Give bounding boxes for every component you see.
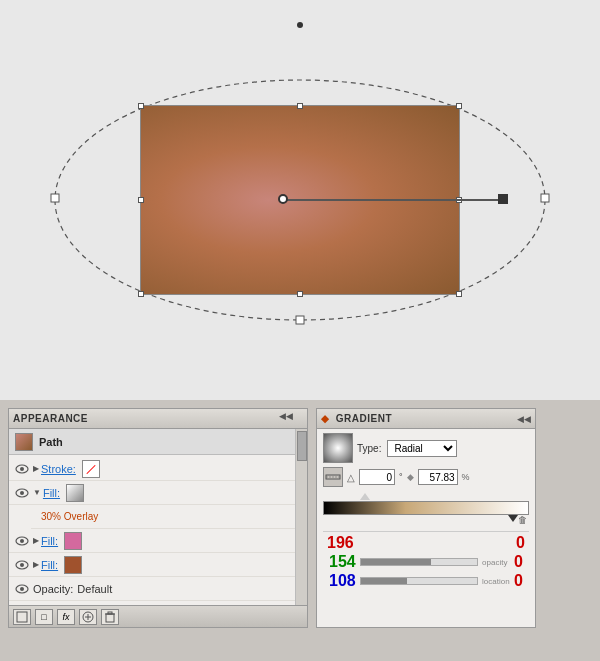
eye-icon-fill1 [15, 488, 29, 498]
opacity-default-row: Opacity: Default [9, 577, 307, 601]
percent-unit: % [462, 472, 476, 482]
new-layer-button[interactable] [13, 609, 31, 625]
gradient-type-row: Type: Radial Linear [323, 433, 529, 463]
handle-br [456, 291, 462, 297]
svg-rect-18 [106, 614, 114, 622]
path-label: Path [39, 436, 63, 448]
opacity-slider-row: 154 opacity 0 [323, 554, 529, 570]
delete-stop-icon[interactable]: 🗑 [518, 515, 527, 525]
red-zero: 0 [516, 534, 525, 552]
gradient-end-handle[interactable] [498, 194, 508, 204]
handle-bm [297, 291, 303, 297]
svg-point-5 [20, 467, 24, 471]
gradient-origin-handle[interactable] [278, 194, 288, 204]
fill-gradient-swatch[interactable] [66, 484, 84, 502]
panels-area: APPEARANCE ◀◀ Path ▶ Stroke: [0, 400, 600, 661]
angle-input[interactable] [359, 469, 395, 485]
arrow-fill2: ▶ [33, 536, 39, 545]
eye-icon-stroke [15, 464, 29, 474]
color-values-row: 196 0 [323, 531, 529, 554]
path-header-row: Path [9, 429, 307, 455]
fx-button[interactable]: fx [57, 609, 75, 625]
svg-rect-14 [17, 612, 27, 622]
degree-symbol: ° [399, 472, 403, 482]
arrow-fill1: ▼ [33, 488, 41, 497]
top-handle-dot [297, 22, 303, 28]
gradient-controls-row: △ ° ◆ % [323, 467, 529, 487]
handle-tl [138, 103, 144, 109]
gradient-slider-track[interactable] [323, 501, 529, 515]
opacity-slider-fill [361, 559, 431, 565]
fill-brown-row: ▶ Fill: [9, 553, 307, 577]
gradient-panel: ◆ GRADIENT ◀◀ Type: Radial Linear [316, 408, 536, 628]
percent-input[interactable] [418, 469, 458, 485]
red-value: 196 [327, 534, 354, 552]
svg-point-9 [20, 539, 24, 543]
collapse-arrows[interactable]: ◀◀ [279, 411, 293, 421]
eye-icon-opacity [15, 584, 29, 594]
gradient-rect [140, 105, 460, 295]
svg-rect-20 [108, 612, 112, 614]
appearance-toolbar: □ fx [9, 605, 307, 627]
stroke-row: ▶ Stroke: [9, 457, 307, 481]
appearance-panel: APPEARANCE ◀◀ Path ▶ Stroke: [8, 408, 308, 628]
fill-brown-label[interactable]: Fill: [41, 559, 58, 571]
svg-rect-3 [296, 316, 304, 324]
gradient-preview-swatch [323, 433, 353, 463]
percent-diamond-icon: ◆ [407, 472, 414, 482]
fill-pink-swatch[interactable] [64, 532, 82, 550]
gradient-content: Type: Radial Linear △ ° ◆ [317, 429, 535, 596]
fill-gradient-row: ▼ Fill: [9, 481, 307, 505]
arrow-stroke: ▶ [33, 464, 39, 473]
angle-icon: △ [347, 472, 355, 483]
scroll-thumb[interactable] [297, 431, 307, 461]
appearance-scrollbar[interactable] [295, 429, 307, 605]
svg-rect-1 [51, 194, 59, 202]
gradient-titlebar: ◆ GRADIENT ◀◀ [317, 409, 535, 429]
eye-icon-fill3 [15, 560, 29, 570]
gradient-title: ◆ GRADIENT [321, 413, 392, 424]
square-button[interactable]: □ [35, 609, 53, 625]
eye-icon-fill2 [15, 536, 29, 546]
gradient-stop-bottom-black[interactable] [508, 515, 518, 522]
duplicate-button[interactable] [79, 609, 97, 625]
gradient-diamond-icon: ◆ [321, 413, 330, 424]
stroke-label[interactable]: Stroke: [41, 463, 76, 475]
location-slider-track[interactable] [360, 577, 478, 585]
opacity-slider-track[interactable] [360, 558, 478, 566]
appearance-content: ▶ Stroke: ▼ Fill: 30% Overlay [9, 455, 307, 603]
svg-point-13 [20, 587, 24, 591]
blue-zero: 0 [514, 572, 523, 590]
green-zero: 0 [514, 553, 523, 571]
location-label: location [482, 577, 510, 586]
location-slider-fill [361, 578, 408, 584]
opacity-pct-label: opacity [482, 558, 510, 567]
handle-tm [297, 103, 303, 109]
handle-bl [138, 291, 144, 297]
gradient-title-text: GRADIENT [336, 413, 392, 424]
opacity-default-label: Opacity: [33, 583, 73, 595]
fill-pink-row: ▶ Fill: [9, 529, 307, 553]
gradient-collapse-arrows[interactable]: ◀◀ [517, 414, 531, 424]
gradient-slider-container: 🗑 [323, 491, 529, 527]
blue-value: 108 [329, 572, 356, 590]
delete-button[interactable] [101, 609, 119, 625]
gradient-stop-top-white[interactable] [360, 493, 370, 500]
appearance-titlebar: APPEARANCE ◀◀ [9, 409, 307, 429]
canvas-area [0, 0, 600, 400]
gradient-type-label: Type: [357, 443, 381, 454]
gradient-type-select[interactable]: Radial Linear [387, 440, 457, 457]
fill-pink-label[interactable]: Fill: [41, 535, 58, 547]
stroke-swatch[interactable] [82, 460, 100, 478]
opacity-overlay-row: 30% Overlay [31, 505, 307, 529]
svg-point-11 [20, 563, 24, 567]
fill-brown-swatch[interactable] [64, 556, 82, 574]
appearance-title: APPEARANCE [13, 413, 88, 424]
handle-tr [456, 103, 462, 109]
handle-ml [138, 197, 144, 203]
opacity-overlay-text: 30% Overlay [41, 511, 98, 522]
location-slider-row: 108 location 0 [323, 573, 529, 589]
opacity-default-value: Default [77, 583, 112, 595]
gradient-tool-icon[interactable] [323, 467, 343, 487]
fill-gradient-label[interactable]: Fill: [43, 487, 60, 499]
